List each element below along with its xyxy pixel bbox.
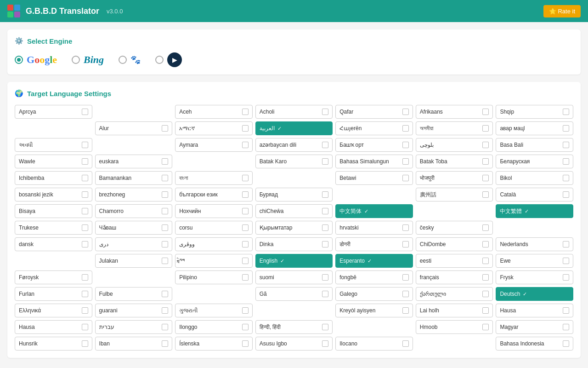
language-button[interactable]: العربية✓ <box>255 121 333 135</box>
baidu-radio[interactable] <box>119 56 127 64</box>
language-button[interactable]: Furlan <box>15 287 92 301</box>
language-button[interactable]: Dinka <box>255 237 333 251</box>
language-button[interactable]: dansk <box>15 237 92 251</box>
language-button[interactable]: Қырымтатар <box>255 221 333 235</box>
engine-option-baidu[interactable]: 🐾 <box>119 55 141 65</box>
language-button[interactable] <box>255 304 333 317</box>
language-button[interactable]: Буряад <box>255 188 333 201</box>
language-button[interactable] <box>496 221 573 235</box>
language-button[interactable] <box>416 204 493 218</box>
language-button[interactable]: guarani <box>95 304 173 317</box>
language-button[interactable]: Ewe <box>496 254 573 268</box>
language-button[interactable]: Bamanankan <box>95 171 173 185</box>
language-button[interactable]: ქართული <box>416 287 493 301</box>
language-button[interactable]: Nederlands <box>496 237 573 251</box>
language-button[interactable]: بلوچی <box>416 138 493 152</box>
language-button[interactable]: azərbaycan dili <box>255 138 333 152</box>
language-button[interactable]: Basa Bali <box>496 138 573 152</box>
language-button[interactable]: авар мацl <box>496 121 573 135</box>
language-button[interactable]: suomi <box>255 270 333 284</box>
language-button[interactable]: chiCheŵa <box>255 204 333 218</box>
language-button[interactable]: Chamorro <box>95 204 173 218</box>
language-button[interactable]: Trukese <box>15 221 92 235</box>
language-button[interactable]: Føroysk <box>15 270 92 284</box>
language-button[interactable]: Batak Toba <box>416 155 493 168</box>
google-radio[interactable] <box>15 56 23 64</box>
language-button[interactable]: Batak Karo <box>255 155 333 168</box>
language-button[interactable]: 中文简体✓ <box>335 204 413 218</box>
language-button[interactable] <box>255 171 333 185</box>
language-button[interactable]: Чӑваш <box>95 221 173 235</box>
language-button[interactable]: Asusu Igbo <box>255 337 333 351</box>
language-button[interactable]: ChiDombe <box>416 237 493 251</box>
language-button[interactable]: fongbē <box>335 270 413 284</box>
language-button[interactable]: Ichibemba <box>15 171 92 185</box>
language-button[interactable]: Deutsch✓ <box>496 287 573 301</box>
language-button[interactable]: English✓ <box>255 254 333 268</box>
language-button[interactable]: Galego <box>335 287 413 301</box>
language-button[interactable]: Iban <box>95 337 173 351</box>
language-button[interactable]: Català <box>496 188 573 201</box>
language-button[interactable]: Acholi <box>255 105 333 119</box>
language-button[interactable] <box>335 320 413 334</box>
language-button[interactable] <box>95 105 173 119</box>
language-button[interactable]: અવધી <box>15 138 92 152</box>
language-button[interactable]: Ελληνικά <box>15 304 92 317</box>
language-button[interactable]: Нохчийн <box>175 204 253 218</box>
language-button[interactable] <box>335 188 413 201</box>
language-button[interactable]: Aymara <box>175 138 253 152</box>
language-button[interactable]: Аргсуа <box>15 105 92 119</box>
language-button[interactable]: brezhoneg <box>95 188 173 201</box>
language-button[interactable]: Hunsrik <box>15 337 92 351</box>
language-button[interactable]: Ilonggo <box>175 320 253 334</box>
language-button[interactable]: česky <box>416 221 493 235</box>
language-button[interactable] <box>15 121 92 135</box>
language-button[interactable]: עברית <box>95 320 173 334</box>
language-button[interactable]: অসমীয়া <box>416 121 493 135</box>
language-button[interactable]: Afrikaans <box>416 105 493 119</box>
language-button[interactable]: ووڤری <box>175 237 253 251</box>
language-button[interactable]: Hausa <box>496 304 573 317</box>
language-button[interactable]: Magyar <box>496 320 573 334</box>
language-button[interactable]: 廣州話 <box>416 188 493 201</box>
language-button[interactable]: भोजपुरी <box>416 171 493 185</box>
language-button[interactable]: Wawle <box>15 155 92 168</box>
language-button[interactable]: corsu <box>175 221 253 235</box>
language-button[interactable]: دری <box>95 237 173 251</box>
engine-option-bing[interactable]: Bing <box>72 54 104 66</box>
language-button[interactable]: Bahasa Simalungun <box>335 155 413 168</box>
language-button[interactable]: Qafar <box>335 105 413 119</box>
language-button[interactable]: Gã <box>255 287 333 301</box>
language-button[interactable]: hrvatski <box>335 221 413 235</box>
language-button[interactable]: Башҡорт <box>335 138 413 152</box>
language-button[interactable]: euskara <box>95 155 173 168</box>
language-button[interactable]: বাংলা <box>175 171 253 185</box>
language-button[interactable]: Pilipino <box>175 270 253 284</box>
language-button[interactable]: डोगरी <box>335 237 413 251</box>
language-button[interactable]: bosanski jezik <box>15 188 92 201</box>
language-button[interactable]: 中文繁體✓ <box>496 204 573 218</box>
language-button[interactable]: ગુજરાતી <box>175 304 253 317</box>
language-button[interactable]: Frysk <box>496 270 573 284</box>
language-button[interactable] <box>15 254 92 268</box>
language-button[interactable]: हिन्दी, हिंदी <box>255 320 333 334</box>
language-button[interactable]: Betawi <box>335 171 413 185</box>
bing-radio[interactable] <box>72 56 80 64</box>
language-button[interactable]: Bikol <box>496 171 573 185</box>
language-button[interactable]: አማርኛ <box>175 121 253 135</box>
engine-option-google[interactable]: Google <box>15 54 57 66</box>
language-button[interactable]: eesti <box>416 254 493 268</box>
language-button[interactable]: Julakan <box>95 254 173 268</box>
language-button[interactable] <box>175 287 253 301</box>
language-button[interactable]: སྒྲིག <box>175 254 253 268</box>
rate-button[interactable]: ⭐ Rate it <box>543 5 581 17</box>
language-button[interactable]: Беларуская <box>496 155 573 168</box>
language-button[interactable]: Bisaya <box>15 204 92 218</box>
language-button[interactable]: Aceh <box>175 105 253 119</box>
engine-option-deepl[interactable]: ▶ <box>155 52 182 67</box>
deepl-radio[interactable] <box>155 56 164 64</box>
language-button[interactable]: Հայerën <box>335 121 413 135</box>
language-button[interactable]: Fulbe <box>95 287 173 301</box>
language-button[interactable]: Esperanto✓ <box>335 254 413 268</box>
language-button[interactable]: Ilocano <box>335 337 413 351</box>
